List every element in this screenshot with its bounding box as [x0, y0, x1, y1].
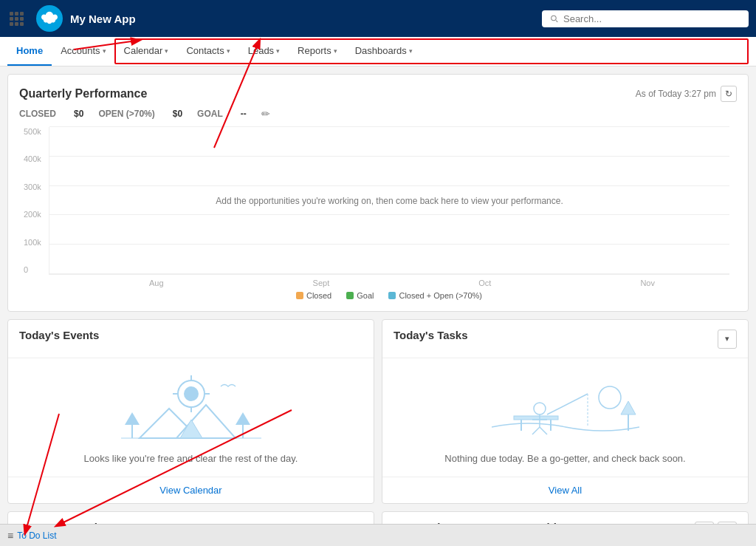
salesforce-logo: [36, 5, 63, 32]
qp-timestamp: As of Today 3:27 pm ↻: [636, 86, 737, 102]
svg-line-20: [532, 427, 540, 434]
svg-marker-11: [236, 412, 250, 425]
top-bar: My New App: [0, 0, 756, 37]
nav-item-calendar[interactable]: Calendar ▾: [115, 37, 178, 66]
events-card-header: Today's Events: [8, 320, 374, 358]
nav-bar: Home Accounts ▾ Calendar ▾ Contacts ▾ Le…: [0, 37, 756, 66]
events-card-body: Looks like you're free and clear the res…: [8, 358, 374, 477]
view-calendar-link[interactable]: View Calendar: [159, 485, 221, 496]
dashboards-chevron-icon: ▾: [409, 47, 413, 55]
calendar-chevron-icon: ▾: [165, 47, 168, 55]
nav-item-contacts[interactable]: Contacts ▾: [177, 37, 238, 66]
performance-chart: 0 100k 200k 300k 400k 500k: [49, 127, 729, 275]
nav-item-accounts[interactable]: Accounts ▾: [52, 37, 114, 66]
open-label: OPEN (>70%): [98, 109, 154, 119]
legend-goal: Goal: [346, 291, 374, 300]
events-tasks-row: Today's Events: [7, 319, 749, 504]
edit-goal-icon[interactable]: ✏: [261, 108, 270, 120]
events-title: Today's Events: [19, 329, 99, 341]
main-content: Quarterly Performance As of Today 3:27 p…: [0, 66, 756, 546]
refresh-button[interactable]: ↻: [721, 86, 737, 102]
search-icon: [549, 13, 559, 24]
chart-legend: Closed Goal Closed + Open (>70%): [49, 291, 729, 300]
svg-line-21: [540, 427, 547, 434]
leads-chevron-icon: ▾: [276, 47, 280, 55]
todo-list-icon: ≡: [7, 530, 13, 542]
bottom-bar: ≡ To Do List: [0, 524, 756, 546]
todays-tasks-card: Today's Tasks ▾: [382, 319, 749, 504]
tasks-title: Today's Tasks: [394, 329, 468, 341]
events-card-footer: View Calendar: [8, 477, 374, 503]
closed-value: $0: [74, 109, 83, 119]
events-illustration: [117, 372, 265, 446]
svg-marker-9: [125, 412, 140, 425]
tasks-card-header: Today's Tasks ▾: [382, 320, 748, 358]
nav-item-dashboards[interactable]: Dashboards ▾: [346, 37, 422, 66]
svg-marker-26: [621, 401, 636, 414]
accounts-chevron-icon: ▾: [103, 47, 106, 55]
svg-line-22: [547, 394, 588, 414]
legend-closed-open: Closed + Open (>70%): [388, 291, 482, 300]
todays-events-card: Today's Events: [7, 319, 374, 504]
view-all-link[interactable]: View All: [549, 485, 582, 496]
svg-point-17: [534, 403, 546, 414]
qp-metrics: CLOSED $0 OPEN (>70%) $0 GOAL -- ✏: [19, 108, 737, 120]
open-value: $0: [173, 109, 182, 119]
qp-header: Quarterly Performance As of Today 3:27 p…: [19, 86, 737, 102]
legend-closed: Closed: [296, 291, 331, 300]
tasks-empty-message: Nothing due today. Be a go-getter, and c…: [444, 453, 685, 464]
chart-x-labels: Aug Sept Oct Nov: [49, 279, 729, 287]
reports-chevron-icon: ▾: [334, 47, 337, 55]
tasks-illustration: [492, 372, 639, 446]
search-input[interactable]: [563, 13, 741, 24]
chart-y-labels: 0 100k 200k 300k 400k 500k: [24, 127, 41, 274]
goal-label: GOAL: [197, 109, 223, 119]
nav-item-home[interactable]: Home: [7, 37, 52, 66]
nav-item-reports[interactable]: Reports ▾: [289, 37, 346, 66]
tasks-card-body: Nothing due today. Be a go-getter, and c…: [382, 358, 748, 477]
svg-point-1: [184, 386, 199, 401]
quarterly-performance-card: Quarterly Performance As of Today 3:27 p…: [7, 74, 749, 312]
app-launcher-icon[interactable]: [7, 10, 25, 27]
search-box[interactable]: [542, 10, 749, 27]
nav-item-leads[interactable]: Leads ▾: [239, 37, 289, 66]
contacts-chevron-icon: ▾: [227, 47, 230, 55]
tasks-dropdown-button[interactable]: ▾: [718, 330, 737, 349]
chart-empty-message: Add the opportunities you're working on,…: [216, 196, 563, 206]
tasks-card-footer: View All: [382, 477, 748, 503]
todo-list-label[interactable]: To Do List: [17, 530, 56, 541]
goal-value: --: [241, 109, 247, 119]
svg-point-24: [599, 386, 621, 409]
app-name: My New App: [70, 13, 136, 25]
closed-label: CLOSED: [19, 109, 56, 119]
events-empty-message: Looks like you're free and clear the res…: [84, 453, 298, 464]
qp-title: Quarterly Performance: [19, 87, 147, 100]
